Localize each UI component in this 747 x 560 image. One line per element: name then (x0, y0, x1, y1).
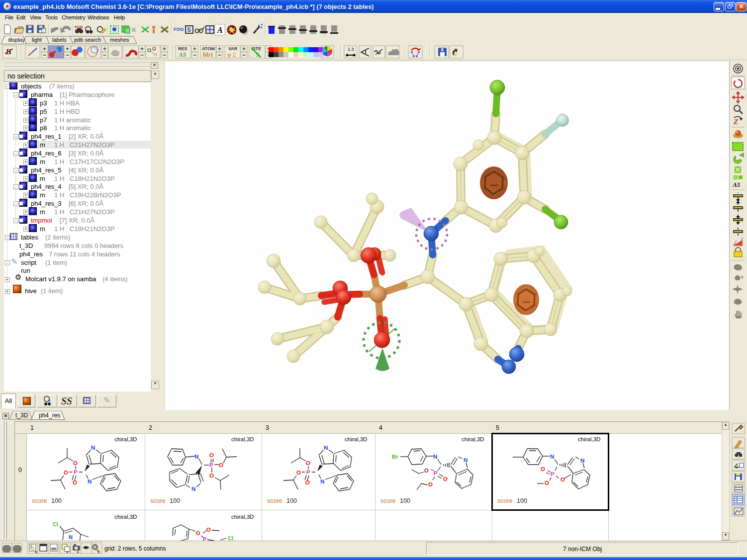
svg-text:labels: labels (52, 37, 67, 43)
svg-text:Z: Z (733, 118, 738, 126)
svg-text:O: O (206, 527, 211, 533)
svg-text:O: O (443, 476, 448, 482)
svg-text:O: O (209, 473, 214, 479)
svg-text:N: N (433, 454, 437, 460)
svg-text:O: O (560, 477, 565, 482)
svg-text:S: S (67, 396, 72, 406)
svg-text:O: O (296, 470, 301, 476)
svg-text:N: N (91, 445, 95, 451)
svg-text:Cl: Cl (53, 521, 58, 527)
svg-text:N: N (550, 454, 554, 460)
svg-text:H: H (154, 52, 157, 57)
svg-text:O: O (209, 452, 214, 458)
svg-text:FOG: FOG (174, 26, 184, 32)
svg-text:O: O (541, 466, 545, 472)
svg-text:P: P (209, 462, 213, 468)
svg-text:A: A (217, 26, 223, 34)
svg-text:P: P (74, 469, 78, 475)
svg-text:ph4_res: ph4_res (39, 412, 60, 419)
svg-text:display: display (8, 37, 25, 43)
svg-text:O: O (64, 470, 68, 476)
svg-text:H: H (5, 48, 12, 56)
svg-text:O: O (219, 462, 223, 468)
svg-text:O: O (424, 468, 429, 474)
svg-text:O: O (306, 460, 310, 466)
svg-text:N: N (464, 457, 467, 463)
svg-text:A5: A5 (732, 181, 741, 188)
svg-text:N: N (194, 454, 198, 460)
svg-text:O: O (73, 460, 78, 466)
svg-text:P: P (306, 469, 310, 475)
svg-text:t_3D: t_3D (15, 412, 28, 419)
svg-text:pdb search: pdb search (74, 37, 101, 43)
svg-text:R: R (132, 26, 136, 33)
svg-text:O: O (545, 480, 549, 486)
svg-text:N: N (580, 458, 584, 464)
svg-text:light: light (32, 37, 42, 43)
svg-text:S: S (187, 26, 191, 33)
svg-text:hb1: hb1 (203, 51, 213, 58)
svg-text:meshes: meshes (110, 37, 129, 43)
svg-text:1.3: 1.3 (348, 47, 354, 52)
svg-text:O: O (305, 480, 310, 485)
svg-text:S: S (61, 396, 67, 406)
svg-text:φ 2: φ 2 (227, 51, 236, 58)
svg-text:O: O (73, 480, 77, 485)
svg-text:N: N (191, 486, 195, 492)
svg-text:N: N (324, 445, 328, 451)
svg-text:O: O (428, 481, 433, 487)
svg-text:S: S (256, 51, 260, 58)
svg-text:P: P (434, 470, 438, 476)
svg-text:O: O (196, 530, 200, 536)
svg-text:Br: Br (392, 454, 398, 460)
svg-text:N: N (69, 534, 73, 540)
svg-text:N: N (88, 479, 92, 484)
svg-text:N: N (320, 479, 324, 484)
svg-text:A5: A5 (178, 51, 187, 58)
svg-text:P: P (551, 471, 555, 477)
